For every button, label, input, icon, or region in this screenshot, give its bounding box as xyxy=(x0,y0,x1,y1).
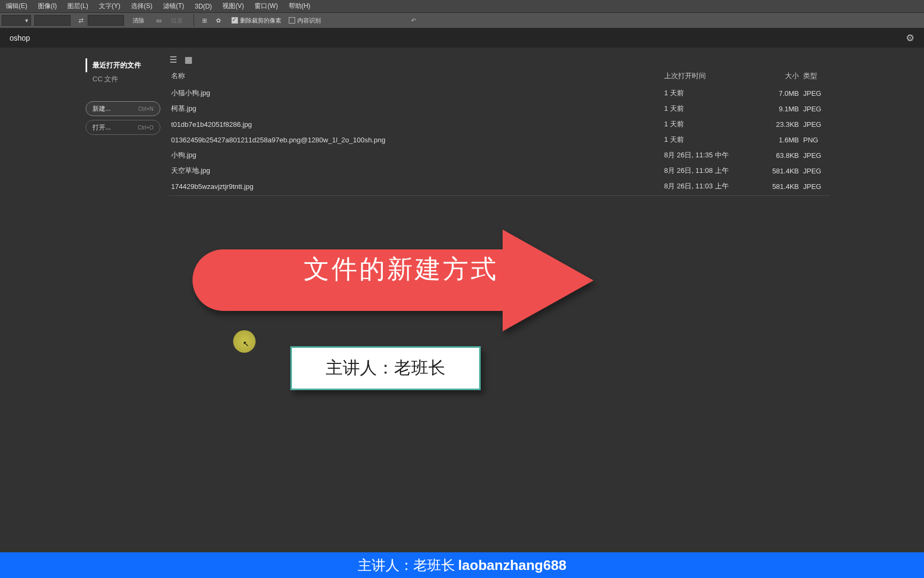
arrow-text: 文件的新建方式 xyxy=(241,252,561,286)
menu-view[interactable]: 视图(V) xyxy=(217,2,249,11)
new-button[interactable]: 新建... Ctrl+N xyxy=(86,101,160,116)
menu-help[interactable]: 帮助(H) xyxy=(283,2,316,11)
menu-edit[interactable]: 编辑(E) xyxy=(1,2,33,11)
banner-label: 主讲人：老班长 xyxy=(358,556,455,575)
table-row[interactable]: 柯基.jpg1 天前9.1MBJPEG xyxy=(169,101,830,117)
recent-files-panel: ☰ ▦ 名称 上次打开时间 大小 类型 小猫小狗.jpg1 天前7.0MBJPE… xyxy=(169,55,830,196)
table-row[interactable]: 01362459b25427a801211d258a97eb.png@1280w… xyxy=(169,132,830,148)
grid-view-icon[interactable]: ▦ xyxy=(184,55,192,64)
cell-opened: 8月 26日, 11:08 上午 xyxy=(662,163,758,179)
home-sidebar: 最近打开的文件 CC 文件 新建... Ctrl+N 打开... Ctrl+O xyxy=(86,58,160,139)
list-view-icon[interactable]: ☰ xyxy=(169,55,178,64)
cell-opened: 8月 26日, 11:03 上午 xyxy=(662,179,758,196)
cell-name: 小猫小狗.jpg xyxy=(169,86,662,101)
settings-icon[interactable]: ✿ xyxy=(213,16,223,25)
width-input[interactable] xyxy=(34,15,71,26)
col-name[interactable]: 名称 xyxy=(169,67,662,86)
cell-size: 9.1MB xyxy=(758,101,801,117)
menu-image[interactable]: 图像(I) xyxy=(33,2,62,11)
cell-size: 581.4KB xyxy=(758,179,801,196)
home-header: oshop ⚙ xyxy=(0,28,924,48)
cell-size: 63.8KB xyxy=(758,148,801,163)
cell-type: JPEG xyxy=(801,179,830,196)
menu-window[interactable]: 窗口(W) xyxy=(249,2,283,11)
col-size[interactable]: 大小 xyxy=(758,67,801,86)
table-row[interactable]: 小猫小狗.jpg1 天前7.0MBJPEG xyxy=(169,86,830,101)
open-button-label: 打开... xyxy=(93,123,111,132)
col-opened[interactable]: 上次打开时间 xyxy=(662,67,758,86)
delete-cropped-label: 删除裁剪的像素 xyxy=(240,17,281,25)
straighten-icon[interactable]: ▭ xyxy=(154,16,164,25)
straighten-label: 拉直 xyxy=(166,15,188,26)
bottom-banner: 主讲人：老班长 laobanzhang688 xyxy=(0,552,924,578)
table-row[interactable]: 小狗.jpg8月 26日, 11:35 中午63.8KBJPEG xyxy=(169,148,830,163)
cell-name: t01db7e1b42051f8286.jpg xyxy=(169,117,662,132)
table-row[interactable]: 天空草地.jpg8月 26日, 11:08 上午581.4KBJPEG xyxy=(169,163,830,179)
chevron-down-icon: ▾ xyxy=(25,17,28,24)
cursor-pointer-icon: ↖ xyxy=(243,339,249,348)
new-shortcut: Ctrl+N xyxy=(138,106,153,112)
new-button-label: 新建... xyxy=(93,104,111,113)
delete-cropped-checkbox[interactable] xyxy=(232,17,238,24)
menu-select[interactable]: 选择(S) xyxy=(126,2,158,11)
speaker-box: 主讲人：老班长 xyxy=(290,346,481,390)
open-button[interactable]: 打开... Ctrl+O xyxy=(86,120,160,135)
cell-type: JPEG xyxy=(801,117,830,132)
cell-type: JPEG xyxy=(801,163,830,179)
open-shortcut: Ctrl+O xyxy=(138,125,153,131)
sidebar-ccfiles[interactable]: CC 文件 xyxy=(86,72,160,86)
separator xyxy=(194,14,194,26)
col-type[interactable]: 类型 xyxy=(801,67,830,86)
content-aware-checkbox[interactable] xyxy=(289,17,295,24)
cell-opened: 8月 26日, 11:35 中午 xyxy=(662,148,758,163)
table-row[interactable]: t01db7e1b42051f8286.jpg1 天前23.3KBJPEG xyxy=(169,117,830,132)
menu-text[interactable]: 文字(Y) xyxy=(94,2,126,11)
cell-size: 23.3KB xyxy=(758,117,801,132)
height-input[interactable] xyxy=(88,15,124,26)
cell-type: JPEG xyxy=(801,101,830,117)
undo-icon[interactable]: ↶ xyxy=(409,16,418,25)
recent-files-table: 名称 上次打开时间 大小 类型 小猫小狗.jpg1 天前7.0MBJPEG柯基.… xyxy=(169,67,830,196)
cell-opened: 1 天前 xyxy=(662,86,758,101)
ratio-select[interactable]: ▾ xyxy=(2,15,31,26)
app-title: oshop xyxy=(10,34,30,42)
menu-layer[interactable]: 图层(L) xyxy=(62,2,94,11)
cell-size: 7.0MB xyxy=(758,86,801,101)
sidebar-recent[interactable]: 最近打开的文件 xyxy=(86,58,160,72)
cell-name: 柯基.jpg xyxy=(169,101,662,117)
cell-size: 581.4KB xyxy=(758,163,801,179)
swap-icon[interactable]: ⇄ xyxy=(76,16,86,25)
banner-id: laobanzhang688 xyxy=(458,557,566,574)
table-row[interactable]: 174429b5wzavjztjr9tntt.jpg8月 26日, 11:03 … xyxy=(169,179,830,196)
title-arrow: 文件的新建方式 xyxy=(192,230,595,331)
gear-icon[interactable]: ⚙ xyxy=(906,32,914,44)
cell-type: PNG xyxy=(801,132,830,148)
clear-button[interactable]: 清除 xyxy=(127,15,150,26)
cell-type: JPEG xyxy=(801,148,830,163)
grid-icon[interactable]: ⊞ xyxy=(199,16,209,25)
menu-3d[interactable]: 3D(D) xyxy=(189,3,217,10)
menubar: 编辑(E) 图像(I) 图层(L) 文字(Y) 选择(S) 滤镜(T) 3D(D… xyxy=(0,0,924,12)
cell-size: 1.6MB xyxy=(758,132,801,148)
cell-type: JPEG xyxy=(801,86,830,101)
cell-name: 天空草地.jpg xyxy=(169,163,662,179)
cell-name: 小狗.jpg xyxy=(169,148,662,163)
cell-opened: 1 天前 xyxy=(662,117,758,132)
cell-opened: 1 天前 xyxy=(662,101,758,117)
cell-name: 174429b5wzavjztjr9tntt.jpg xyxy=(169,179,662,196)
content-aware-label: 内容识别 xyxy=(297,17,321,25)
menu-filter[interactable]: 滤镜(T) xyxy=(158,2,189,11)
cell-opened: 1 天前 xyxy=(662,132,758,148)
cell-name: 01362459b25427a801211d258a97eb.png@1280w… xyxy=(169,132,662,148)
options-bar: ▾ ⇄ 清除 ▭ 拉直 ⊞ ✿ 删除裁剪的像素 内容识别 ↶ xyxy=(0,12,924,28)
home-content: 最近打开的文件 CC 文件 新建... Ctrl+N 打开... Ctrl+O … xyxy=(0,48,924,578)
